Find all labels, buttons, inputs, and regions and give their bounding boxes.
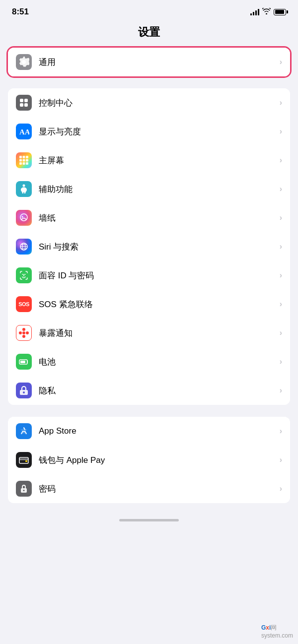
settings-item-wallpaper[interactable]: 墙纸 ›	[8, 203, 290, 232]
watermark: Gxi网system.com	[261, 624, 293, 639]
svg-text:AA: AA	[19, 128, 29, 136]
svg-rect-1	[24, 99, 28, 102]
chevron-faceid: ›	[280, 271, 282, 280]
settings-label-homescreen: 主屏幕	[39, 155, 280, 166]
settings-item-accessibility[interactable]: 辅助功能 ›	[8, 175, 290, 203]
settings-label-appstore: App Store	[39, 426, 280, 436]
settings-group-main: 控制中心 › AA 显示与亮度 › 主屏幕 ›	[8, 88, 290, 405]
settings-label-accessibility: 辅助功能	[39, 184, 280, 195]
svg-rect-2	[20, 103, 23, 107]
chevron-wallpaper: ›	[280, 213, 282, 222]
display-icon: AA	[16, 124, 32, 139]
settings-label-battery: 电池	[39, 356, 280, 368]
battery-icon	[16, 354, 32, 370]
settings-item-faceid[interactable]: 面容 ID 与密码 ›	[8, 261, 290, 290]
chevron-wallet: ›	[280, 455, 282, 464]
wallet-icon	[16, 452, 32, 468]
control-center-icon	[16, 95, 32, 111]
svg-rect-3	[24, 103, 28, 107]
chevron-sos: ›	[280, 300, 282, 309]
wifi-icon	[262, 8, 271, 16]
settings-item-control-center[interactable]: 控制中心 ›	[8, 88, 290, 117]
svg-rect-25	[20, 361, 25, 363]
status-time: 8:51	[12, 7, 29, 17]
svg-rect-9	[23, 159, 25, 162]
svg-point-22	[25, 274, 26, 275]
chevron-display: ›	[280, 127, 282, 136]
settings-label-faceid: 面容 ID 与密码	[39, 270, 280, 281]
siri-icon	[16, 239, 32, 255]
svg-rect-7	[26, 156, 28, 158]
settings-label-wallet: 钱包与 Apple Pay	[39, 454, 280, 466]
settings-label-display: 显示与亮度	[39, 126, 280, 137]
chevron-control-center: ›	[280, 98, 282, 107]
settings-label-sos: SOS 紧急联络	[39, 299, 280, 310]
settings-label-wallpaper: 墙纸	[39, 212, 280, 224]
status-icons	[250, 8, 286, 16]
chevron-privacy: ›	[280, 386, 282, 395]
page-title: 设置	[0, 21, 298, 48]
settings-label-siri: Siri 与搜索	[39, 241, 280, 253]
signal-icon	[250, 8, 259, 15]
chevron-battery: ›	[280, 357, 282, 366]
svg-rect-30	[25, 460, 27, 462]
chevron-general: ›	[280, 58, 282, 66]
svg-rect-0	[20, 99, 23, 102]
wallpaper-icon	[16, 210, 32, 226]
svg-rect-11	[19, 162, 22, 165]
settings-item-display[interactable]: AA 显示与亮度 ›	[8, 117, 290, 146]
chevron-siri: ›	[280, 242, 282, 251]
svg-point-15	[22, 216, 23, 218]
homescreen-icon	[16, 152, 32, 168]
chevron-password: ›	[280, 484, 282, 493]
gear-icon	[16, 54, 32, 70]
settings-item-appstore[interactable]: App Store ›	[8, 417, 290, 446]
settings-label-general: 通用	[39, 57, 280, 68]
settings-item-battery[interactable]: 电池 ›	[8, 347, 290, 376]
settings-label-privacy: 隐私	[39, 385, 280, 396]
chevron-appstore: ›	[280, 427, 282, 436]
home-bar	[119, 519, 179, 521]
password-icon	[16, 481, 32, 497]
settings-group-apps: App Store › 钱包与 Apple Pay › 密码 ›	[8, 417, 290, 503]
privacy-icon	[16, 383, 32, 398]
home-indicator	[0, 515, 298, 524]
settings-item-general[interactable]: 通用 ›	[8, 48, 290, 76]
settings-item-sos[interactable]: SOS SOS 紧急联络 ›	[8, 290, 290, 319]
settings-group-general: 通用 ›	[8, 48, 290, 76]
chevron-exposure: ›	[280, 328, 282, 337]
status-bar: 8:51	[0, 0, 298, 21]
settings-label-password: 密码	[39, 483, 280, 495]
settings-item-password[interactable]: 密码 ›	[8, 474, 290, 503]
accessibility-icon	[16, 181, 32, 197]
settings-item-homescreen[interactable]: 主屏幕 ›	[8, 146, 290, 175]
settings-item-siri[interactable]: Siri 与搜索 ›	[8, 232, 290, 261]
svg-rect-13	[26, 162, 28, 165]
svg-point-14	[23, 185, 25, 187]
settings-item-exposure[interactable]: 暴露通知 ›	[8, 319, 290, 347]
settings-item-privacy[interactable]: 隐私 ›	[8, 376, 290, 405]
svg-rect-8	[19, 159, 22, 162]
chevron-accessibility: ›	[280, 185, 282, 193]
sos-icon: SOS	[16, 296, 32, 312]
settings-item-wallet[interactable]: 钱包与 Apple Pay ›	[8, 446, 290, 474]
appstore-icon	[16, 423, 32, 439]
svg-point-33	[23, 490, 25, 491]
svg-rect-5	[19, 156, 22, 158]
settings-label-exposure: 暴露通知	[39, 327, 280, 339]
svg-rect-10	[26, 159, 28, 162]
svg-rect-12	[23, 162, 25, 165]
exposure-icon	[16, 325, 32, 341]
battery-status-icon	[274, 9, 286, 15]
svg-rect-6	[23, 156, 25, 158]
svg-point-27	[23, 391, 25, 393]
svg-point-21	[22, 274, 23, 275]
chevron-homescreen: ›	[280, 156, 282, 165]
settings-label-control-center: 控制中心	[39, 97, 280, 109]
faceid-icon	[16, 267, 32, 283]
